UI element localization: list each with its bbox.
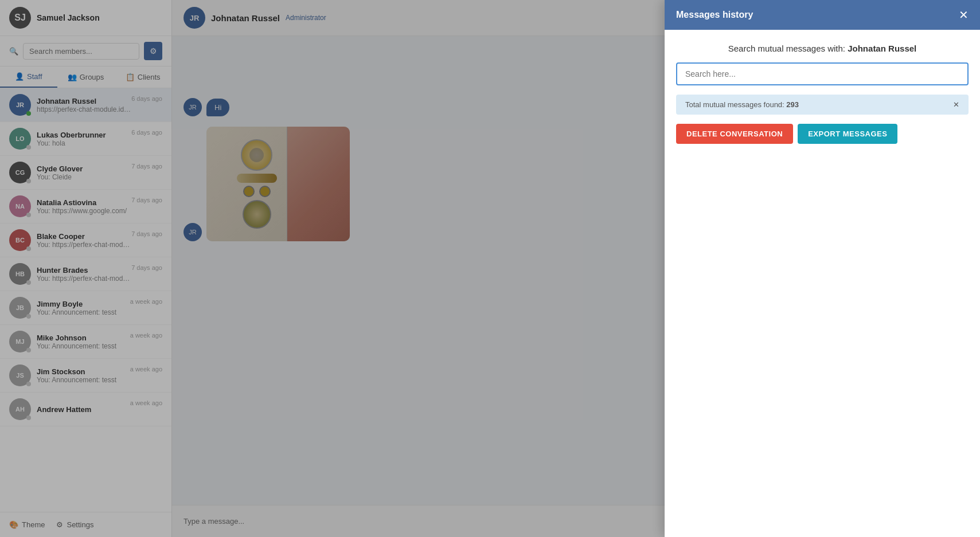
modal-body: Search mutual messages with: Johnatan Ru… <box>665 30 980 537</box>
modal-info-bar: Total mutual messages found: 293 ✕ <box>676 95 969 115</box>
modal-overlay: Messages history ✕ Search mutual message… <box>0 0 980 537</box>
export-messages-button[interactable]: EXPORT MESSAGES <box>798 124 897 144</box>
messages-history-modal: Messages history ✕ Search mutual message… <box>665 0 980 537</box>
modal-info-text: Total mutual messages found: 293 <box>685 100 799 109</box>
modal-count: 293 <box>786 100 799 109</box>
modal-search-input[interactable] <box>676 62 969 85</box>
modal-info-close-button[interactable]: ✕ <box>953 100 959 109</box>
modal-header: Messages history ✕ <box>665 0 980 30</box>
modal-actions: DELETE CONVERSATION EXPORT MESSAGES <box>676 124 969 144</box>
modal-contact-name: Johnatan Russel <box>848 44 916 53</box>
modal-title: Messages history <box>676 10 753 20</box>
modal-close-button[interactable]: ✕ <box>959 9 969 21</box>
modal-subtitle: Search mutual messages with: Johnatan Ru… <box>676 44 969 53</box>
delete-conversation-button[interactable]: DELETE CONVERSATION <box>676 124 793 144</box>
